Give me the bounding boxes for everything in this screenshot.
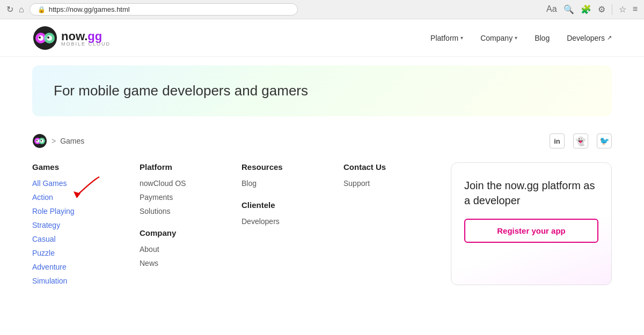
platform-column-title: Platform [140, 162, 209, 172]
games-column: Games All Games Action Role Playing Stra… [32, 162, 107, 285]
link-about[interactable]: About [140, 245, 209, 254]
platform-column: Platform nowCloud OS Payments Solutions … [140, 162, 209, 285]
link-support[interactable]: Support [343, 179, 413, 188]
browser-actions: Aa 🔍 🧩 ⚙ ☆ ≡ [546, 4, 638, 15]
breadcrumb-current: Games [60, 137, 84, 145]
chevron-down-icon: ▾ [515, 35, 517, 41]
platform-links: nowCloud OS Payments Solutions [140, 179, 209, 215]
link-developers[interactable]: Developers [241, 217, 311, 226]
extensions-icon[interactable]: 🧩 [581, 4, 591, 15]
home-icon[interactable]: ⌂ [19, 5, 24, 14]
breadcrumb: > Games [32, 133, 84, 148]
resources-column: Resources Blog Clientele Developers [241, 162, 311, 285]
social-icons: in 👻 🐦 [550, 133, 612, 148]
link-puzzle[interactable]: Puzzle [32, 249, 107, 257]
lock-icon: 🔒 [38, 6, 46, 13]
zoom-icon[interactable]: 🔍 [564, 4, 574, 15]
contact-column: Contact Us Support [343, 162, 413, 285]
reader-icon[interactable]: Aa [546, 4, 557, 15]
browser-chrome: ↻ ⌂ 🔒 https://now.gg/games.html Aa 🔍 🧩 ⚙… [0, 0, 644, 19]
link-adventure[interactable]: Adventure [32, 263, 107, 271]
clientele-links: Developers [241, 217, 311, 226]
svg-point-6 [47, 36, 49, 39]
breadcrumb-bar: > Games in 👻 🐦 [0, 125, 644, 157]
contact-links: Support [343, 179, 413, 188]
developer-box-title: Join the now.gg platform as a developer [464, 178, 598, 208]
breadcrumb-separator: > [52, 137, 56, 145]
svg-point-5 [39, 36, 41, 39]
logo-text-group: now.gg MOBILE CLOUD [61, 29, 111, 47]
register-app-button[interactable]: Register your app [464, 219, 598, 243]
link-casual[interactable]: Casual [32, 235, 107, 243]
external-link-icon: ↗ [607, 34, 612, 41]
nav-developers[interactable]: Developers ↗ [567, 34, 612, 42]
company-links: About News [140, 245, 209, 267]
link-role-playing[interactable]: Role Playing [32, 207, 107, 215]
settings-icon[interactable]: ⚙ [598, 4, 605, 15]
link-payments[interactable]: Payments [140, 193, 209, 202]
nav-company[interactable]: Company ▾ [480, 34, 517, 42]
svg-point-13 [41, 140, 42, 141]
logo[interactable]: now.gg MOBILE CLOUD [32, 25, 111, 51]
games-column-title: Games [32, 162, 107, 172]
link-simulation[interactable]: Simulation [32, 277, 107, 285]
logo-icon [32, 25, 58, 51]
nav-blog[interactable]: Blog [535, 34, 550, 42]
snapchat-icon[interactable]: 👻 [573, 133, 588, 148]
twitter-icon[interactable]: 🐦 [597, 133, 612, 148]
nav-platform[interactable]: Platform ▾ [430, 34, 463, 42]
contact-column-title: Contact Us [343, 162, 413, 172]
main-content: Games All Games Action Role Playing Stra… [0, 157, 644, 301]
logo-subtitle: MOBILE CLOUD [61, 41, 111, 47]
hero-banner: For mobile game developers and gamers [32, 65, 612, 116]
company-section: Company About News [140, 228, 209, 267]
home-breadcrumb-icon[interactable] [32, 133, 47, 148]
resources-links: Blog [241, 179, 311, 188]
link-nowcloud-os[interactable]: nowCloud OS [140, 179, 209, 188]
link-blog[interactable]: Blog [241, 179, 311, 188]
clientele-section: Clientele Developers [241, 200, 311, 226]
address-bar[interactable]: 🔒 https://now.gg/games.html [30, 3, 298, 16]
developer-box: Join the now.gg platform as a developer … [451, 162, 612, 285]
linkedin-icon[interactable]: in [550, 133, 565, 148]
url-text: https://now.gg/games.html [49, 5, 130, 13]
reload-icon[interactable]: ↻ [6, 4, 13, 14]
clientele-section-title: Clientele [241, 200, 311, 210]
page: now.gg MOBILE CLOUD Platform ▾ Company ▾… [0, 19, 644, 335]
link-solutions[interactable]: Solutions [140, 207, 209, 215]
columns-area: Games All Games Action Role Playing Stra… [32, 162, 429, 285]
link-news[interactable]: News [140, 259, 209, 267]
hero-text: For mobile game developers and gamers [54, 83, 590, 99]
red-arrow-annotation [62, 174, 105, 201]
main-nav: Platform ▾ Company ▾ Blog Developers ↗ [430, 34, 612, 42]
chevron-down-icon: ▾ [460, 35, 463, 41]
svg-point-12 [36, 140, 38, 141]
resources-column-title: Resources [241, 162, 311, 172]
link-strategy[interactable]: Strategy [32, 221, 107, 229]
favorites-icon[interactable]: ☆ [619, 4, 626, 15]
company-section-title: Company [140, 228, 209, 237]
header: now.gg MOBILE CLOUD Platform ▾ Company ▾… [0, 19, 644, 57]
menu-icon[interactable]: ≡ [633, 4, 638, 15]
